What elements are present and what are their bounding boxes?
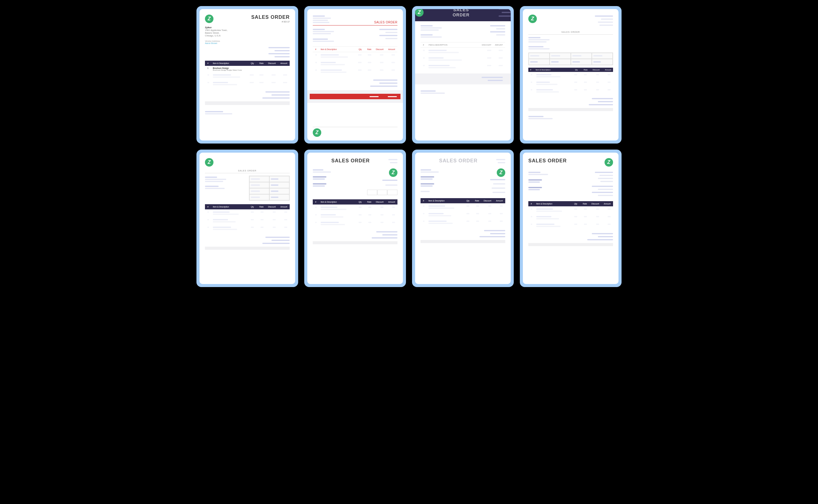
template-preview-1: Z SALES ORDER # SO-17 Zylker 1561 Applev… bbox=[199, 9, 295, 140]
template-preview-7: SALES ORDER bbox=[415, 153, 511, 284]
vendor-name: Aaron Brown bbox=[205, 42, 290, 44]
document-title: SALESORDER bbox=[427, 9, 495, 18]
line-item-placeholder bbox=[205, 72, 290, 80]
total-bar bbox=[310, 94, 400, 99]
vendor-label: Vendor Address bbox=[205, 40, 290, 42]
order-number: # SO-17 bbox=[251, 21, 290, 23]
meta-boxes bbox=[367, 190, 397, 195]
table-header: # Item & Description Qty Rate Discount A… bbox=[205, 204, 290, 209]
table-header: # Item & Description Qty Rate Discount A… bbox=[313, 199, 397, 205]
template-card-5[interactable]: Z SALES ORDER bbox=[196, 150, 298, 287]
meta-grid bbox=[249, 176, 290, 201]
logo-icon: Z bbox=[415, 9, 424, 17]
template-gallery: Z SALES ORDER # SO-17 Zylker 1561 Applev… bbox=[196, 6, 622, 287]
template-preview-8: SALES ORDER Z bbox=[523, 153, 619, 284]
document-title: SALES ORDER bbox=[357, 21, 398, 24]
template-card-1[interactable]: Z SALES ORDER # SO-17 Zylker 1561 Applev… bbox=[196, 6, 298, 144]
document-title: SALES ORDER bbox=[205, 170, 290, 172]
logo-icon: Z bbox=[528, 15, 537, 23]
logo-icon: Z bbox=[389, 168, 397, 177]
table-header: # Item & Description Qty Rate Discount A… bbox=[528, 201, 613, 206]
document-title: SALES ORDER bbox=[528, 158, 567, 164]
template-preview-6: SALES ORDER bbox=[307, 153, 403, 284]
template-card-2[interactable]: SALES ORDER bbox=[304, 6, 406, 144]
logo-icon: Z bbox=[497, 168, 505, 177]
logo-icon: Z bbox=[205, 158, 213, 167]
template-card-3[interactable]: Z SALESORDER bbox=[412, 6, 514, 144]
template-card-8[interactable]: SALES ORDER Z bbox=[520, 150, 622, 287]
logo-icon: Z bbox=[313, 128, 321, 137]
template-card-7[interactable]: SALES ORDER bbox=[412, 150, 514, 287]
table-header: # Item & Description Qty Rate Discount A… bbox=[205, 61, 290, 66]
document-title: SALES ORDER bbox=[313, 158, 388, 164]
template-card-6[interactable]: SALES ORDER bbox=[304, 150, 406, 287]
template-preview-5: Z SALES ORDER bbox=[199, 153, 295, 284]
header-band: Z SALESORDER bbox=[415, 9, 511, 21]
logo-icon: Z bbox=[605, 158, 613, 167]
template-preview-4: Z SALES ORDER bbox=[523, 9, 619, 140]
table-header: # Item & Description Qty Rate Discount A… bbox=[421, 198, 505, 203]
address-line-3: Chicago, U.S.A bbox=[205, 34, 290, 37]
line-item-1: 1 Brochure Design Brochure Design Single… bbox=[205, 66, 290, 72]
table-header: # ITEM & DESCRIPTION DISCOUNT AMOUNT bbox=[421, 42, 505, 48]
document-title: SALES ORDER bbox=[251, 15, 290, 20]
address-line-2: Bakers Street, bbox=[205, 32, 290, 34]
template-card-4[interactable]: Z SALES ORDER bbox=[520, 6, 622, 144]
document-title: SALES ORDER bbox=[528, 31, 613, 33]
template-preview-3: Z SALESORDER bbox=[415, 9, 511, 140]
company-name: Zylker bbox=[205, 26, 290, 29]
document-title: SALES ORDER bbox=[421, 158, 496, 164]
meta-grid bbox=[528, 52, 613, 65]
template-preview-2: SALES ORDER bbox=[307, 9, 403, 140]
address-line-1: 1561 Appleview Town, bbox=[205, 29, 290, 32]
logo-icon: Z bbox=[205, 15, 213, 23]
table-header: # Item & Description Qty Rate Discount A… bbox=[528, 68, 613, 72]
table-header: # Item & Description Qty Rate Discount A… bbox=[313, 46, 397, 52]
